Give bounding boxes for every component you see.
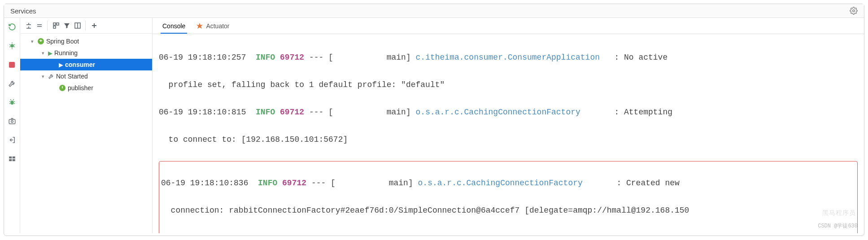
- bug-rerun-icon[interactable]: [8, 41, 17, 50]
- add-icon[interactable]: [89, 21, 99, 31]
- tree-node-consumer[interactable]: ▶ consumer: [20, 59, 152, 70]
- svg-rect-10: [57, 23, 59, 25]
- chevron-down-icon: ▾: [40, 74, 46, 79]
- bug-icon[interactable]: [8, 98, 17, 107]
- wrench-icon: [48, 73, 54, 79]
- collapse-all-icon[interactable]: [35, 21, 44, 31]
- play-icon: ▶: [59, 61, 63, 68]
- highlighted-log-block: 06-19 19:18:10:836 INFO 69712 --- [ main…: [159, 161, 858, 233]
- run-tree: ▾ Spring Boot ▾ ▶ Running ▶ consumer ▾ N…: [20, 34, 152, 96]
- filter-icon[interactable]: [62, 21, 72, 31]
- svg-rect-5: [9, 157, 12, 159]
- main-pane: Console Actuator 06-19 19:18:10:257 INFO…: [153, 18, 864, 233]
- svg-rect-3: [9, 119, 15, 124]
- tree-label: publisher: [68, 84, 93, 92]
- tree-toolbar: [20, 18, 152, 34]
- services-panel: Services: [4, 4, 864, 236]
- tree-node-publisher[interactable]: publisher: [20, 82, 152, 94]
- tree-label: Not Started: [56, 73, 88, 80]
- play-icon: ▶: [48, 50, 52, 57]
- wrench-icon[interactable]: [8, 79, 17, 88]
- svg-rect-9: [53, 23, 56, 25]
- tab-console[interactable]: Console: [157, 19, 191, 33]
- spring-boot-icon: [59, 84, 66, 92]
- tabs: Console Actuator: [153, 18, 864, 34]
- svg-point-4: [11, 121, 13, 123]
- spring-boot-icon: [37, 38, 44, 45]
- layout-icon[interactable]: [8, 154, 17, 163]
- tree-label: Spring Boot: [46, 38, 79, 45]
- svg-rect-11: [53, 26, 56, 28]
- svg-rect-7: [9, 159, 12, 161]
- watermark: 黑马程序员: [822, 208, 856, 219]
- tree-label: consumer: [65, 61, 95, 68]
- expand-all-icon[interactable]: [24, 21, 34, 31]
- svg-point-1: [10, 44, 14, 48]
- chevron-down-icon: ▾: [40, 50, 46, 56]
- tab-label: Actuator: [206, 22, 229, 30]
- titlebar: Services: [4, 4, 864, 18]
- layout-toggle-icon[interactable]: [73, 21, 83, 31]
- group-icon[interactable]: [51, 21, 61, 31]
- tree-node-running[interactable]: ▾ ▶ Running: [20, 47, 152, 59]
- tree-pane: ▾ Spring Boot ▾ ▶ Running ▶ consumer ▾ N…: [20, 18, 153, 233]
- tab-actuator[interactable]: Actuator: [191, 19, 235, 33]
- exit-icon[interactable]: [8, 135, 17, 144]
- stop-icon[interactable]: [8, 60, 17, 69]
- credit: CSDN @学徒630: [818, 222, 858, 231]
- actuator-icon: [196, 22, 203, 30]
- rerun-icon[interactable]: [8, 22, 17, 31]
- console-output[interactable]: 06-19 19:18:10:257 INFO 69712 --- [ main…: [153, 34, 864, 233]
- svg-point-0: [853, 10, 855, 12]
- gear-icon[interactable]: [850, 7, 858, 15]
- tree-node-not-started[interactable]: ▾ Not Started: [20, 70, 152, 82]
- panel-title: Services: [10, 7, 36, 15]
- tab-label: Console: [162, 22, 185, 30]
- left-gutter: [4, 18, 20, 233]
- svg-rect-8: [12, 159, 15, 161]
- tree-node-spring-boot[interactable]: ▾ Spring Boot: [20, 35, 152, 47]
- svg-point-2: [10, 100, 14, 105]
- svg-rect-6: [12, 157, 15, 159]
- camera-icon[interactable]: [8, 117, 17, 126]
- tree-label: Running: [54, 49, 78, 57]
- chevron-down-icon: ▾: [29, 39, 35, 44]
